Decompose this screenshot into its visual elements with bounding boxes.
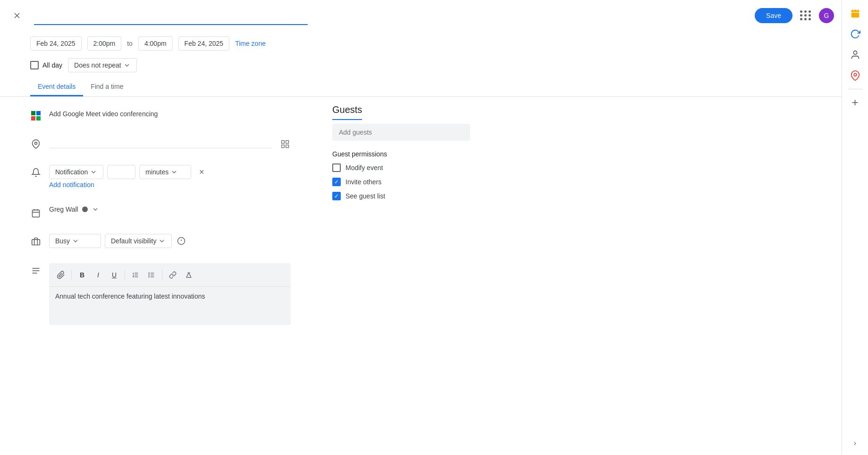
svg-point-37 [853, 51, 857, 54]
chevron-down-icon [123, 61, 131, 69]
ordered-list-button[interactable] [128, 267, 143, 283]
notification-type-dropdown[interactable]: Notification [49, 165, 103, 179]
user-avatar[interactable]: G [819, 8, 834, 23]
svg-rect-3 [36, 111, 41, 115]
meet-label: Add Google Meet video conferencing [49, 110, 158, 118]
maps-sidebar-icon[interactable] [846, 66, 865, 85]
remove-notification-button[interactable]: × [195, 165, 208, 179]
modify-event-checkbox [332, 163, 341, 172]
svg-rect-8 [286, 141, 289, 144]
toolbar-separator-3 [162, 270, 162, 280]
calendar-icon [30, 207, 42, 219]
to-label: to [127, 40, 133, 47]
location-icon [30, 138, 42, 150]
close-button[interactable] [8, 6, 26, 25]
add-meet-button[interactable]: Add Google Meet video conferencing [49, 108, 291, 120]
invite-others-checkbox [332, 178, 341, 186]
guest-permissions-title: Guest permissions [332, 150, 470, 158]
svg-rect-11 [33, 210, 40, 217]
underline-button[interactable]: U [107, 267, 122, 283]
description-icon [30, 265, 42, 276]
svg-point-30 [149, 276, 149, 277]
repeat-label: Does not repeat [74, 61, 121, 69]
end-time-button[interactable]: 4:00pm [138, 36, 173, 51]
notification-unit-chevron [170, 168, 178, 176]
see-guest-list-checkbox [332, 192, 341, 200]
svg-point-29 [149, 275, 149, 275]
calendar-sidebar-icon[interactable] [846, 4, 865, 23]
svg-rect-33 [851, 10, 859, 13]
notification-icon [30, 167, 42, 178]
sidebar-divider [848, 89, 863, 89]
modify-event-label: Modify event [346, 164, 383, 172]
notification-type-chevron [90, 168, 97, 176]
busy-status-label: Busy [55, 237, 70, 245]
save-button[interactable]: Save [755, 8, 792, 23]
scroll-down-icon[interactable]: › [854, 439, 856, 447]
notification-unit-label: minutes [145, 168, 169, 176]
meet-icon [30, 110, 42, 121]
svg-point-38 [854, 73, 857, 76]
description-input[interactable]: Annual tech conference featuring latest … [50, 287, 290, 325]
calendar-chevron-icon [92, 206, 99, 213]
permission-invite-others[interactable]: Invite others [332, 178, 470, 186]
person-sidebar-icon[interactable] [846, 45, 865, 64]
all-day-checkbox-box [30, 61, 39, 69]
google-apps-icon[interactable] [796, 6, 815, 25]
all-day-label: All day [42, 61, 62, 69]
svg-rect-9 [286, 145, 289, 148]
svg-rect-4 [31, 116, 35, 120]
location-rooms-icon[interactable] [279, 138, 291, 150]
bold-button[interactable]: B [75, 267, 90, 283]
busy-chevron-icon [72, 237, 79, 245]
visibility-chevron-icon [158, 237, 166, 245]
toolbar-separator-1 [71, 270, 72, 280]
toolbar-separator-2 [125, 270, 125, 280]
briefcase-icon [30, 236, 42, 247]
svg-rect-2 [31, 111, 35, 115]
remove-formatting-button[interactable] [181, 267, 196, 283]
all-day-checkbox[interactable]: All day [30, 61, 62, 69]
svg-point-6 [35, 142, 37, 145]
visibility-dropdown[interactable]: Default visibility [105, 234, 172, 248]
svg-rect-15 [32, 240, 40, 245]
add-sidebar-icon[interactable]: + [846, 93, 865, 112]
end-date-button[interactable]: Feb 24, 2025 [178, 36, 230, 51]
busy-status-dropdown[interactable]: Busy [49, 234, 101, 248]
add-guests-input[interactable] [332, 124, 470, 141]
permission-modify-event[interactable]: Modify event [332, 163, 470, 172]
svg-point-28 [149, 273, 149, 273]
guests-title: Guests [332, 104, 470, 124]
notification-type-label: Notification [55, 168, 88, 176]
desc-attachment-button[interactable] [53, 267, 68, 283]
tab-event-details[interactable]: Event details [30, 78, 83, 96]
calendar-color-dot [82, 206, 88, 212]
location-input[interactable]: ExCeL London - Royal Victoria Dock, 1 We… [49, 137, 272, 148]
insert-link-button[interactable] [165, 267, 180, 283]
italic-button[interactable]: I [91, 267, 106, 283]
add-notification-button[interactable]: Add notification [49, 179, 94, 190]
notification-time-input[interactable]: 30 [107, 165, 135, 179]
refresh-sidebar-icon[interactable] [846, 25, 865, 43]
svg-rect-10 [282, 145, 285, 148]
start-time-button[interactable]: 2:00pm [87, 36, 122, 51]
right-sidebar: + › [842, 0, 868, 455]
event-title-input[interactable]: Tech Conference 2024 [34, 6, 308, 25]
tab-find-time[interactable]: Find a time [83, 78, 131, 96]
notification-unit-dropdown[interactable]: minutes [139, 165, 191, 179]
see-guest-list-label: See guest list [346, 192, 385, 200]
svg-rect-5 [36, 116, 41, 120]
timezone-button[interactable]: Time zone [235, 40, 266, 47]
svg-rect-7 [282, 141, 285, 144]
unordered-list-button[interactable] [144, 267, 159, 283]
permission-see-guest-list[interactable]: See guest list [332, 192, 470, 200]
info-icon[interactable] [176, 235, 187, 247]
repeat-dropdown[interactable]: Does not repeat [68, 58, 137, 72]
visibility-label: Default visibility [111, 237, 156, 245]
invite-others-label: Invite others [346, 178, 381, 186]
calendar-owner-name: Greg Wall [49, 206, 78, 213]
start-date-button[interactable]: Feb 24, 2025 [30, 36, 82, 51]
